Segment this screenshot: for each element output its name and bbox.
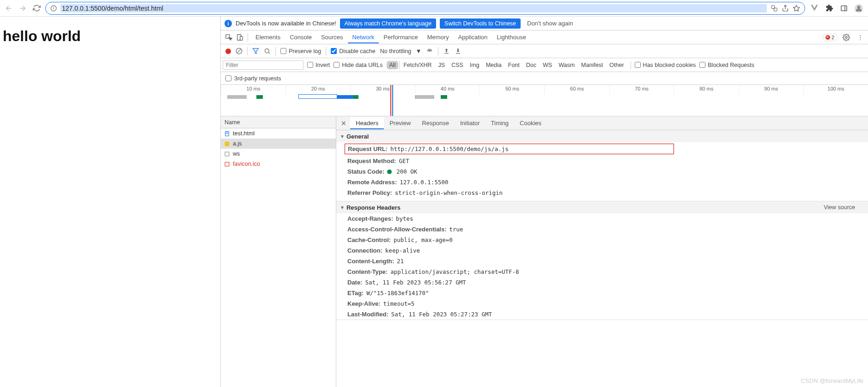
request-method-row: Request Method:GET: [336, 156, 868, 166]
tab-elements[interactable]: Elements: [251, 31, 285, 43]
filter-type-media[interactable]: Media: [483, 61, 504, 69]
response-header-row: Cache-Control:public, max-age=0: [336, 235, 868, 245]
preserve-log-checkbox[interactable]: Preserve log: [280, 48, 321, 54]
view-source-link[interactable]: View source: [824, 204, 855, 211]
profile-icon[interactable]: [853, 3, 864, 14]
svg-rect-25: [225, 162, 229, 166]
response-headers-header[interactable]: ▼Response HeadersView source: [336, 201, 868, 213]
doc-icon: [224, 130, 230, 137]
detail-tab-initiator[interactable]: Initiator: [455, 117, 486, 129]
filter-type-ws[interactable]: WS: [540, 61, 555, 69]
svg-point-8: [857, 6, 861, 9]
svg-point-2: [54, 7, 54, 7]
blocked-cookies-checkbox[interactable]: Has blocked cookies: [635, 62, 696, 68]
forward-button[interactable]: [18, 3, 28, 13]
request-row[interactable]: test.html: [221, 128, 336, 139]
img-icon: [224, 161, 230, 167]
svg-rect-5: [841, 6, 847, 11]
filter-type-img[interactable]: Img: [467, 61, 482, 69]
tab-sources[interactable]: Sources: [316, 31, 348, 43]
filter-row: Invert Hide data URLs AllFetch/XHRJSCSSI…: [221, 58, 868, 72]
request-row[interactable]: favicon.ico: [221, 159, 336, 169]
filter-input[interactable]: [223, 60, 303, 70]
url-text[interactable]: 127.0.0.1:5500/demo/html/test.html: [61, 4, 767, 12]
response-headers-section: ▼Response HeadersView source Accept-Rang…: [336, 201, 868, 320]
filter-type-other[interactable]: Other: [607, 61, 626, 69]
timeline-tick: 10 ms: [221, 85, 285, 94]
svg-rect-24: [225, 152, 229, 156]
timeline-tick: 40 ms: [415, 85, 480, 94]
invert-checkbox[interactable]: Invert: [307, 62, 330, 68]
svg-point-15: [265, 49, 269, 53]
address-bar: 127.0.0.1:5500/demo/html/test.html: [0, 0, 868, 17]
third-party-checkbox[interactable]: [225, 75, 231, 81]
filter-type-fetch-xhr[interactable]: Fetch/XHR: [401, 61, 434, 69]
record-button[interactable]: [225, 48, 231, 54]
close-detail-button[interactable]: ✕: [339, 120, 348, 127]
filter-type-manifest[interactable]: Manifest: [578, 61, 606, 69]
detail-tab-response[interactable]: Response: [416, 117, 455, 129]
status-code-row: Status Code:200 OK: [336, 166, 868, 177]
dont-show-button[interactable]: Don't show again: [524, 18, 576, 29]
detail-tab-preview[interactable]: Preview: [384, 117, 416, 129]
referrer-policy-row: Referrer Policy:strict-origin-when-cross…: [336, 187, 868, 201]
detail-tab-cookies[interactable]: Cookies: [514, 117, 547, 129]
match-language-button[interactable]: Always match Chrome's language: [340, 18, 437, 29]
filter-type-doc[interactable]: Doc: [523, 61, 539, 69]
third-party-row: 3rd-party requests: [221, 72, 868, 85]
star-icon[interactable]: [793, 5, 800, 12]
detail-tabs: ✕ HeadersPreviewResponseInitiatorTimingC…: [336, 116, 868, 130]
filter-type-all[interactable]: All: [387, 61, 399, 69]
page-heading: hello world: [3, 28, 220, 45]
more-icon[interactable]: ⋮: [855, 32, 865, 42]
translate-icon[interactable]: [771, 5, 778, 12]
error-badge[interactable]: ✕2: [822, 34, 838, 41]
upload-icon[interactable]: [443, 48, 450, 54]
search-icon[interactable]: [264, 48, 271, 54]
vue-extension-icon[interactable]: [809, 3, 820, 14]
detail-tab-timing[interactable]: Timing: [486, 117, 515, 129]
filter-icon[interactable]: [252, 48, 259, 54]
response-header-row: Connection:keep-alive: [336, 245, 868, 256]
tab-performance[interactable]: Performance: [379, 31, 422, 43]
inspect-icon[interactable]: [224, 32, 234, 42]
timeline[interactable]: 10 ms20 ms30 ms40 ms50 ms60 ms70 ms80 ms…: [221, 85, 868, 116]
request-row[interactable]: a.js: [221, 139, 336, 149]
tab-memory[interactable]: Memory: [423, 31, 454, 43]
timeline-tick: 80 ms: [674, 85, 739, 94]
request-row[interactable]: ws: [221, 149, 336, 159]
reload-button[interactable]: [31, 3, 42, 13]
clear-icon[interactable]: [236, 48, 243, 54]
disable-cache-checkbox[interactable]: Disable cache: [331, 48, 376, 54]
filter-type-font[interactable]: Font: [505, 61, 522, 69]
extensions-icon[interactable]: [824, 3, 835, 14]
svg-rect-11: [240, 36, 243, 40]
network-conditions-icon[interactable]: [426, 48, 433, 55]
side-panel-icon[interactable]: [838, 3, 850, 14]
response-header-row: Last-Modified:Sat, 11 Feb 2023 05:27:23 …: [336, 309, 868, 320]
filter-type-wasm[interactable]: Wasm: [556, 61, 577, 69]
switch-language-button[interactable]: Switch DevTools to Chinese: [440, 18, 521, 29]
dropdown-icon[interactable]: ▼: [416, 48, 421, 54]
throttling-select[interactable]: No throttling: [380, 48, 411, 54]
filter-type-css[interactable]: CSS: [449, 61, 466, 69]
device-icon[interactable]: [235, 32, 245, 42]
tab-lighthouse[interactable]: Lighthouse: [492, 31, 531, 43]
settings-icon[interactable]: [841, 32, 851, 42]
general-header[interactable]: ▼General: [336, 130, 868, 142]
response-header-row: ETag:W/"15-1863ef14170": [336, 288, 868, 298]
blocked-requests-checkbox[interactable]: Blocked Requests: [699, 62, 754, 68]
devtools-panel: i DevTools is now available in Chinese! …: [220, 17, 868, 387]
tab-application[interactable]: Application: [454, 31, 492, 43]
download-icon[interactable]: [455, 48, 461, 54]
share-icon[interactable]: [782, 5, 789, 12]
request-list-header[interactable]: Name: [221, 116, 336, 128]
infobar-text: DevTools is now available in Chinese!: [236, 20, 336, 27]
back-button[interactable]: [4, 3, 14, 13]
filter-type-js[interactable]: JS: [436, 61, 448, 69]
tab-network[interactable]: Network: [348, 31, 379, 43]
hide-urls-checkbox[interactable]: Hide data URLs: [334, 62, 382, 68]
tab-console[interactable]: Console: [285, 31, 316, 43]
detail-tab-headers[interactable]: Headers: [350, 117, 384, 129]
url-box[interactable]: 127.0.0.1:5500/demo/html/test.html: [45, 2, 805, 15]
